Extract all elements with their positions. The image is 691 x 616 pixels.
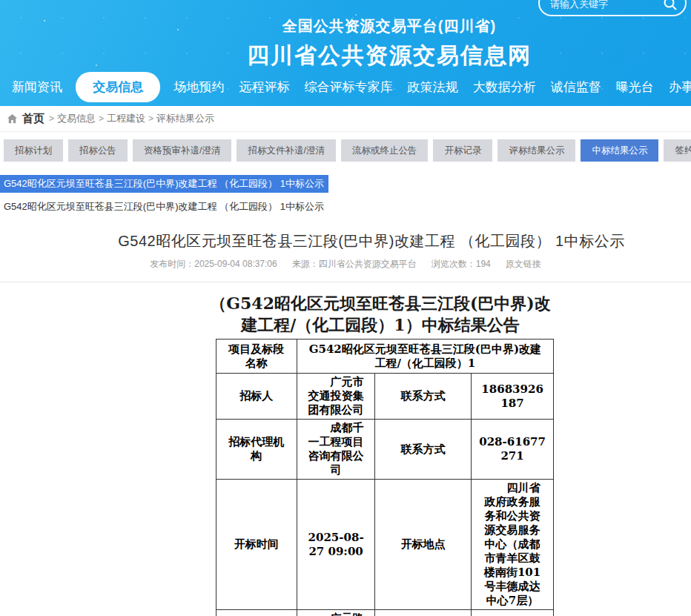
site-subtitle: 全国公共资源交易平台(四川省) [247,16,532,36]
tab-bid-announcement[interactable]: 招标公告 [68,139,128,162]
breadcrumb-home[interactable]: 首页 [22,112,44,126]
row-value: 2025-08-27 09:00 [297,480,375,610]
breadcrumb-separator: > [99,113,104,124]
home-icon [7,113,18,125]
nav-item-big-data[interactable]: 大数据分析 [472,76,538,99]
nav-item-integrity[interactable]: 诚信监督 [549,76,603,99]
publish-time: 发布时间：2025-09-04 08:37:06 [150,258,277,271]
nav-item-services[interactable]: 办事服务 [667,76,691,99]
site-titles: 全国公共资源交易平台(四川省) 四川省公共资源交易信息网 [247,16,532,71]
site-title: 四川省公共资源交易信息网 [247,41,532,71]
tab-bid-plan[interactable]: 招标计划 [4,139,63,162]
tab-prequalification-addendum[interactable]: 资格预审补遗/澄清 [133,139,231,162]
row-value: 广元路桥集团有限公司 [297,610,375,616]
tab-failed-or-terminated[interactable]: 流标或终止公告 [341,139,429,162]
row-label: 开标时间 [216,480,297,610]
nav-item-exposure[interactable]: 曝光台 [615,76,655,99]
row-label: 招标人 [216,374,297,420]
category-tabs: 招标计划 招标公告 资格预审补遗/澄清 招标文件补遗/澄清 流标或终止公告 开标… [0,139,691,162]
breadcrumb-separator: > [148,113,153,124]
article-meta: 发布时间：2025-09-04 08:37:06 来源：四川省公共资源交易平台 … [0,258,691,271]
document-title-line1: （G542昭化区元坝至旺苍县三江段(巴中界)改 [70,293,691,314]
row-value: 028-61677271 [472,420,554,480]
result-table: 项目及标段名称 G542昭化区元坝至旺苍县三江段(巴中界)改建工程/（化工园段）… [216,339,554,616]
table-row: 开标时间 2025-08-27 09:00 开标地点 四川省政府政务服务和公共资… [216,480,554,610]
document-title: （G542昭化区元坝至旺苍县三江段(巴中界)改 建工程/（化工园段）1）中标结果… [70,293,691,336]
table-row: 中标单位 广元路桥集团有限公司 中标通知书发出日期 2025-09-10 [216,610,554,616]
nav-item-policies[interactable]: 政策法规 [406,76,460,99]
row-value: 四川省政府政务服务和公共资源交易服务中心（成都市青羊区鼓楼南街101号丰德成达中… [472,480,554,610]
breadcrumb-item-trade-info[interactable]: 交易信息 [57,112,96,125]
search-input[interactable]: 请输入关键字 [538,0,687,16]
tab-bid-opening-record[interactable]: 开标记录 [433,139,492,162]
original-link[interactable]: 原文链接 [506,258,541,271]
site-header: 请输入关键字 全国公共资源交易平台(四川省) 四川省公共资源交易信息网 首页 新… [0,0,691,106]
row-label: 联系方式 [375,374,472,420]
tab-bid-document-addendum[interactable]: 招标文件补遗/澄清 [237,139,335,162]
nav-item-trade-info[interactable]: 交易信息 [76,72,160,102]
breadcrumb-item-engineering[interactable]: 工程建设 [107,112,145,125]
article: G542昭化区元坝至旺苍县三江段(巴中界)改建工程 （化工园段） 1中标公示 发… [0,231,691,616]
announcement-link-selected[interactable]: G542昭化区元坝至旺苍县三江段(巴中界)改建工程 （化工园段） 1中标公示 [0,175,328,193]
tab-winning-results[interactable]: 中标结果公示 [581,139,658,162]
meta-divider [0,282,691,282]
tab-evaluation-results[interactable]: 评标结果公示 [497,139,575,162]
row-value: 成都千一工程项目咨询有限公司 [297,420,375,480]
breadcrumb-item-evaluation-results[interactable]: 评标结果公示 [156,112,214,125]
row-value: G542昭化区元坝至旺苍县三江段(巴中界)改建工程/（化工园段）1 [297,340,553,374]
search-placeholder: 请输入关键字 [550,0,608,11]
row-value: 广元市交通投资集团有限公司 [297,374,375,420]
nav-item-news[interactable]: 新闻资讯 [10,76,64,99]
table-row: 招标人 广元市交通投资集团有限公司 联系方式 18683926187 [216,374,554,420]
row-label: 中标通知书发出日期 [375,610,472,616]
table-row: 项目及标段名称 G542昭化区元坝至旺苍县三江段(巴中界)改建工程/（化工园段）… [216,340,554,374]
nav-item-remote-evaluation[interactable]: 远程评标 [237,76,291,99]
article-source: 来源：四川省公共资源交易平台 [292,258,417,271]
nav-item-venue-booking[interactable]: 场地预约 [172,76,225,99]
nav-item-expert-database[interactable]: 综合评标专家库 [302,76,394,99]
row-label: 开标地点 [375,480,472,610]
table-row: 招标代理机构 成都千一工程项目咨询有限公司 联系方式 028-61677271 [216,420,554,480]
page-title: G542昭化区元坝至旺苍县三江段(巴中界)改建工程 （化工园段） 1中标公示 [52,231,691,251]
row-label: 项目及标段名称 [216,340,297,374]
row-label: 招标代理机构 [216,420,297,480]
breadcrumb-separator: > [49,113,54,124]
announcement-link[interactable]: G542昭化区元坝至旺苍县三江段(巴中界)改建工程 （化工园段） 1中标公示 [4,198,691,216]
row-value: 2025-09-10 [472,610,554,616]
row-label: 联系方式 [375,420,472,480]
row-value: 18683926187 [472,374,554,420]
row-label: 中标单位 [216,610,297,616]
view-count: 浏览次数：194 [432,258,491,271]
breadcrumb: 首页 > 交易信息 > 工程建设 > 评标结果公示 [0,106,691,132]
document-title-line2: 建工程/（化工园段）1）中标结果公告 [70,314,691,336]
tab-contract-performance[interactable]: 签约履行 [664,139,691,162]
search-icon[interactable] [663,0,678,11]
main-nav: 首页 新闻资讯 交易信息 场地预约 远程评标 综合评标专家库 政策法规 大数据分… [0,71,691,102]
announcement-list: G542昭化区元坝至旺苍县三江段(巴中界)改建工程 （化工园段） 1中标公示 G… [0,175,691,216]
